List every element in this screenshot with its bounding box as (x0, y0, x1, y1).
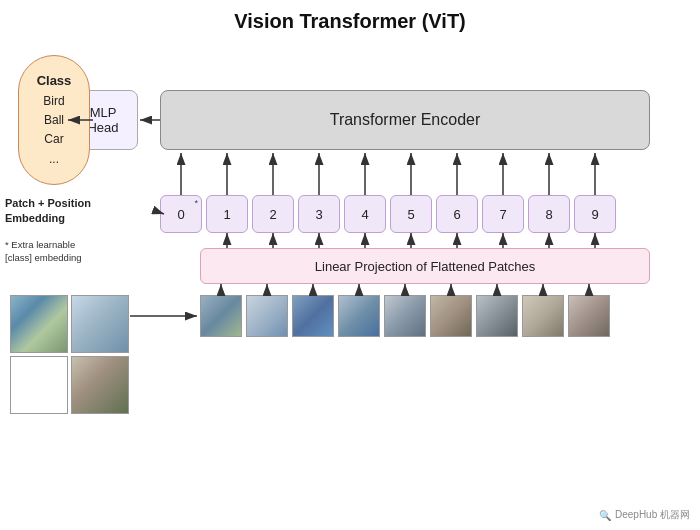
token-1: 1 (206, 195, 248, 233)
token-8: 8 (528, 195, 570, 233)
tokens-row: 0* 1 2 3 4 5 6 7 8 9 (160, 195, 616, 233)
token-0: 0* (160, 195, 202, 233)
token-4: 4 (344, 195, 386, 233)
linear-projection-box: Linear Projection of Flattened Patches (200, 248, 650, 284)
main-container: Vision Transformer (ViT) Transformer Enc… (0, 0, 700, 530)
input-img-3 (10, 356, 68, 414)
embedding-label: Patch + Position Embedding (5, 196, 150, 227)
token-6: 6 (436, 195, 478, 233)
patches-row (200, 295, 610, 337)
patch-8 (568, 295, 610, 337)
patch-2 (292, 295, 334, 337)
input-img-2 (71, 295, 129, 353)
token-9: 9 (574, 195, 616, 233)
input-img-4 (71, 356, 129, 414)
page-title: Vision Transformer (ViT) (10, 10, 690, 33)
patch-1 (246, 295, 288, 337)
patch-4 (384, 295, 426, 337)
patch-0 (200, 295, 242, 337)
input-images-grid (10, 295, 129, 414)
extra-note: * Extra learnable[class] embedding (5, 238, 155, 265)
class-box: Class Bird Ball Car ... (18, 55, 90, 185)
patch-5 (430, 295, 472, 337)
patch-7 (522, 295, 564, 337)
token-2: 2 (252, 195, 294, 233)
transformer-encoder-box: Transformer Encoder (160, 90, 650, 150)
token-3: 3 (298, 195, 340, 233)
patch-3 (338, 295, 380, 337)
token-5: 5 (390, 195, 432, 233)
input-img-1 (10, 295, 68, 353)
patch-6 (476, 295, 518, 337)
token-7: 7 (482, 195, 524, 233)
watermark: 🔍 DeepHub 机器网 (599, 508, 690, 522)
